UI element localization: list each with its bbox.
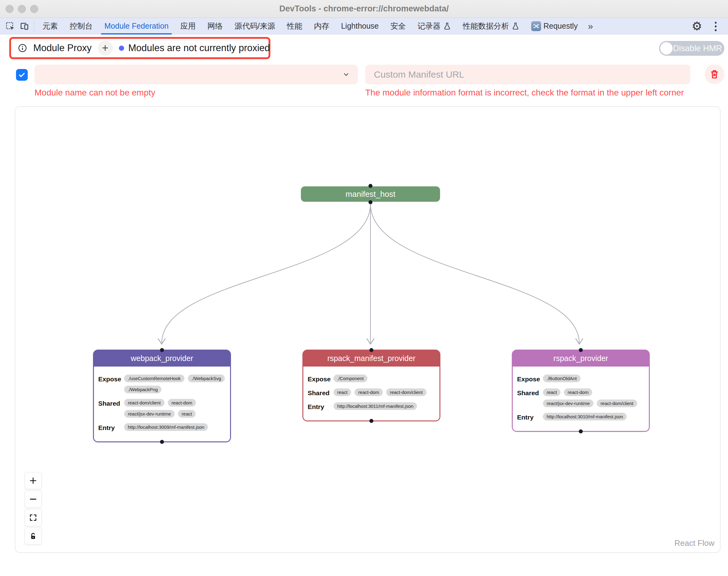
expose-row: Expose ./Component [303,375,439,383]
module-name-error: Module name can not be empty [34,88,155,98]
tab-console[interactable]: 控制台 [64,18,98,34]
toolbar-divider [34,22,34,31]
devtools-toolbar: 元素 控制台 Module Federation 应用 网络 源代码/来源 性能… [0,18,728,34]
node-handle[interactable] [369,200,373,204]
shared-item: react-dom/client [386,388,427,396]
tab-recorder[interactable]: 记录器 [412,18,457,34]
edge-host-webpack [162,204,371,343]
close-window-button[interactable] [5,5,13,13]
node-title: webpack_provider [94,350,230,367]
plus-icon [29,477,37,485]
shared-row: Shared react-dom/client react-dom react/… [94,399,230,418]
shared-item: react-dom [564,388,592,396]
tab-application[interactable]: 应用 [174,18,201,34]
entry-row: Entry http://localhost:3010/mf-manifest.… [513,413,649,421]
zoom-out-button[interactable] [25,491,41,508]
device-toolbar-icon[interactable] [17,20,31,33]
fit-view-icon [29,514,37,522]
toggle-interactivity-button[interactable] [25,528,41,545]
entry-row: Entry http://localhost:3011/mf-manifest.… [303,402,439,411]
module-proxy-section: Module Proxy + Modules are not currently… [9,37,270,59]
tab-sources[interactable]: 源代码/来源 [229,18,281,34]
module-enabled-checkbox[interactable] [16,69,28,81]
shared-item: react-dom/client [597,400,637,407]
expose-item: ./useCustomRemoteHook [124,375,184,382]
node-title: rspack_provider [513,350,649,367]
expose-item: ./ButtonOldAnt [543,375,581,382]
toggle-knob [660,42,673,55]
node-rspack-provider[interactable]: rspack_provider Expose ./ButtonOldAnt Sh… [512,350,650,432]
module-name-select[interactable] [34,65,358,84]
tab-lighthouse[interactable]: Lighthouse [335,18,384,34]
shared-item: react [333,388,351,396]
expose-item: ./WebpackPng [124,386,162,393]
proxy-status-text: Modules are not currently proxied [128,42,270,54]
tab-network[interactable]: 网络 [201,18,229,34]
expose-row: Expose ./ButtonOldAnt [513,375,649,383]
requestly-shuffle-icon [531,21,541,31]
expose-item: ./WebpackSvg [188,375,225,382]
minus-icon [29,495,37,503]
node-handle[interactable] [160,348,164,352]
unlock-icon [29,532,37,540]
react-flow-attribution[interactable]: React Flow [674,539,715,548]
custom-manifest-url-input[interactable] [365,65,691,84]
zoom-window-button[interactable] [30,5,38,13]
node-handle[interactable] [579,429,583,433]
expose-item: ./Component [333,375,368,382]
disable-hmr-toggle[interactable]: Disable HMR [659,41,724,56]
inspect-element-icon[interactable] [3,20,17,33]
info-icon[interactable] [18,44,27,53]
delete-module-button[interactable] [705,64,724,84]
toggle-label: Disable HMR [673,44,724,53]
shared-item: react [543,388,560,396]
tab-performance[interactable]: 性能 [281,18,308,34]
experiment-flask-icon [443,22,451,30]
shared-item: react-dom/client [124,399,165,407]
window-title: DevTools - chrome-error://chromewebdata/ [0,4,728,13]
entry-url: http://localhost:3011/mf-manifest.json [333,402,417,410]
node-handle[interactable] [370,419,374,423]
experiment-flask-icon [512,22,520,30]
node-manifest-host[interactable]: manifest_host [301,186,440,202]
node-webpack-provider[interactable]: webpack_provider Expose ./useCustomRemot… [93,350,231,442]
tab-memory[interactable]: 内存 [308,18,335,34]
node-rspack-manifest-provider[interactable]: rspack_manifest_provider Expose ./Compon… [302,350,440,421]
node-title: manifest_host [346,190,396,199]
tab-module-federation[interactable]: Module Federation [98,18,174,34]
node-handle[interactable] [160,440,164,444]
toolbar-right: ⚙ ⋮ [689,20,725,33]
node-handle[interactable] [579,348,583,352]
tab-requestly[interactable]: Requestly [525,18,584,34]
tab-elements[interactable]: 元素 [37,18,64,34]
module-graph-panel: manifest_host webpack_provider Expose ./… [15,106,721,553]
check-icon [18,71,26,79]
window-titlebar: DevTools - chrome-error://chromewebdata/ [0,0,728,18]
more-tabs-button[interactable]: » [584,21,598,31]
entry-row: Entry http://localhost:3009/mf-manifest.… [94,423,230,432]
tab-security[interactable]: 安全 [385,18,412,34]
shared-item: react-dom [168,399,196,407]
kebab-menu-icon[interactable]: ⋮ [706,20,725,33]
add-proxy-button[interactable]: + [98,41,113,55]
edge-host-rspack [371,204,579,343]
shared-item: react/jsx-dev-runtime [124,410,175,418]
entry-url: http://localhost:3009/mf-manifest.json [124,423,208,431]
tab-performance-insights[interactable]: 性能数据分析 [457,18,525,34]
traffic-lights [5,5,38,13]
devtools-tabs: 元素 控制台 Module Federation 应用 网络 源代码/来源 性能… [37,18,689,34]
gear-icon[interactable]: ⚙ [689,20,705,32]
manifest-format-error: The module information format is incorre… [365,88,684,98]
entry-url: http://localhost:3010/mf-manifest.json [543,413,627,421]
expose-row: Expose ./useCustomRemoteHook ./WebpackSv… [94,375,230,393]
proxy-status: Modules are not currently proxied [119,42,270,54]
trash-icon [709,69,719,79]
zoom-in-button[interactable] [25,472,41,489]
minimize-window-button[interactable] [18,5,26,13]
node-handle[interactable] [369,184,373,188]
shared-item: react-dom [354,388,383,396]
graph-edges [16,107,721,553]
node-handle[interactable] [370,348,374,352]
fit-view-button[interactable] [25,509,41,526]
shared-row: Shared react react-dom react-dom/client [303,388,439,397]
